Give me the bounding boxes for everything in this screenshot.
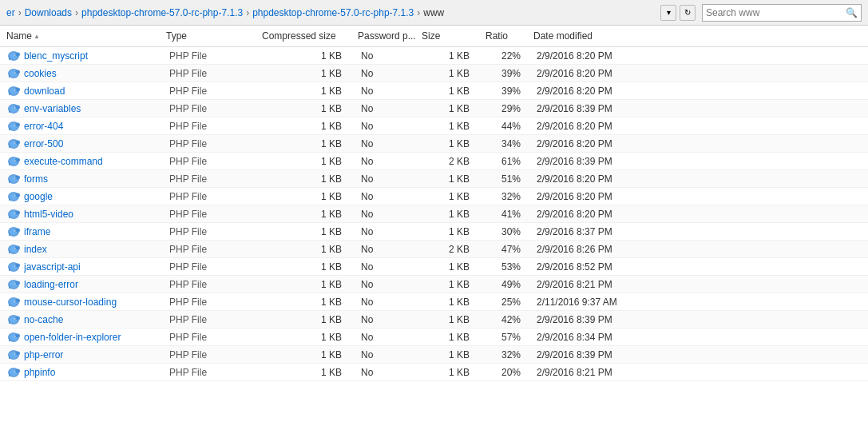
col-header-type[interactable]: Type [166,30,262,42]
file-compressed: 1 KB [265,86,361,97]
file-password: No [361,244,425,255]
breadcrumb-item-er[interactable]: er [6,7,15,18]
file-compressed: 1 KB [265,349,361,360]
table-row[interactable]: execute-command PHP File 1 KB No 2 KB 61… [0,153,868,170]
col-header-name[interactable]: Name ▲ [6,30,166,42]
file-icon [6,173,21,185]
svg-point-89 [15,353,16,354]
table-row[interactable]: blenc_myscript PHP File 1 KB No 1 KB 22%… [0,47,868,65]
table-row[interactable]: javascript-api PHP File 1 KB No 1 KB 53%… [0,258,868,276]
table-row[interactable]: no-cache PHP File 1 KB No 1 KB 42% 2/9/2… [0,311,868,329]
breadcrumb-item-php2[interactable]: phpdesktop-chrome-57.0-rc-php-7.1.3 [252,7,414,18]
file-type: PHP File [169,367,265,378]
file-size: 1 KB [425,103,489,114]
file-compressed: 1 KB [265,173,361,185]
svg-point-62 [15,263,20,267]
table-row[interactable]: mouse-cursor-loading PHP File 1 KB No 1 … [0,293,868,311]
file-type: PHP File [169,103,265,114]
svg-point-69 [15,283,16,284]
dropdown-button[interactable]: ▾ [660,5,676,21]
refresh-button[interactable]: ↻ [680,5,696,21]
file-date: 2/9/2016 8:20 PM [537,209,664,220]
col-header-size[interactable]: Size [422,30,486,42]
svg-point-39 [15,177,16,178]
table-row[interactable]: loading-error PHP File 1 KB No 1 KB 49% … [0,276,868,293]
col-header-ratio[interactable]: Ratio [486,30,533,42]
file-size: 1 KB [425,314,489,325]
file-size: 1 KB [425,138,489,149]
file-icon [6,68,21,79]
file-ratio: 32% [489,191,537,202]
search-icon-button[interactable]: 🔍 [846,7,858,18]
file-password: No [361,349,425,360]
file-ratio: 51% [489,173,537,185]
file-type: PHP File [169,173,265,185]
svg-point-14 [15,90,16,90]
file-password: No [361,173,425,185]
file-size: 1 KB [425,279,489,290]
file-icon [6,191,21,202]
file-name: env-variables [24,103,169,114]
file-ratio: 41% [489,209,537,220]
file-size: 2 KB [425,156,489,167]
table-row[interactable]: iframe PHP File 1 KB No 1 KB 30% 2/9/201… [0,223,868,241]
table-row[interactable]: download PHP File 1 KB No 1 KB 39% 2/9/2… [0,82,868,100]
file-type: PHP File [169,297,265,308]
col-header-date[interactable]: Date modified [533,30,661,42]
search-input[interactable] [706,7,846,18]
file-compressed: 1 KB [265,261,361,273]
file-type: PHP File [169,279,265,290]
svg-point-47 [15,210,20,214]
col-header-compressed[interactable]: Compressed size [262,30,358,42]
table-row[interactable]: index PHP File 1 KB No 2 KB 47% 2/9/2016… [0,241,868,258]
file-compressed: 1 KB [265,103,361,114]
file-size: 1 KB [425,173,489,185]
file-icon [6,156,21,167]
file-ratio: 34% [489,138,537,149]
file-compressed: 1 KB [265,279,361,290]
file-name: open-folder-in-explorer [24,332,169,343]
table-row[interactable]: html5-video PHP File 1 KB No 1 KB 41% 2/… [0,205,868,223]
svg-point-54 [15,230,16,231]
file-date: 2/9/2016 8:52 PM [537,261,664,273]
breadcrumb-item-php1[interactable]: phpdesktop-chrome-57.0-rc-php-7.1.3 [81,7,243,18]
table-row[interactable]: env-variables PHP File 1 KB No 1 KB 29% … [0,100,868,117]
top-bar: er › Downloads › phpdesktop-chrome-57.0-… [0,0,868,26]
file-password: No [361,314,425,325]
file-compressed: 1 KB [265,191,361,202]
col-header-password[interactable]: Password p... [358,30,422,42]
file-type: PHP File [169,209,265,220]
file-date: 2/11/2016 9:37 AM [537,297,664,308]
file-size: 1 KB [425,367,489,378]
table-row[interactable]: error-404 PHP File 1 KB No 1 KB 44% 2/9/… [0,117,868,135]
breadcrumb-item-downloads[interactable]: Downloads [25,7,72,18]
table-row[interactable]: error-500 PHP File 1 KB No 1 KB 34% 2/9/… [0,135,868,153]
file-date: 2/9/2016 8:21 PM [537,279,664,290]
file-date: 2/9/2016 8:20 PM [537,68,664,79]
file-name: download [24,86,169,97]
table-row[interactable]: cookies PHP File 1 KB No 1 KB 39% 2/9/20… [0,65,868,82]
file-ratio: 61% [489,156,537,167]
svg-point-79 [15,318,16,319]
table-row[interactable]: google PHP File 1 KB No 1 KB 32% 2/9/201… [0,188,868,205]
breadcrumb-sep-2: › [246,7,249,18]
table-row[interactable]: phpinfo PHP File 1 KB No 1 KB 20% 2/9/20… [0,364,868,381]
file-date: 2/9/2016 8:20 PM [537,50,664,62]
svg-point-37 [15,175,20,179]
file-password: No [361,297,425,308]
file-name: blenc_myscript [24,50,169,62]
table-row[interactable]: forms PHP File 1 KB No 1 KB 51% 2/9/2016… [0,170,868,188]
file-type: PHP File [169,314,265,325]
file-ratio: 32% [489,349,537,360]
file-type: PHP File [169,138,265,149]
file-password: No [361,367,425,378]
file-name: php-error [24,349,169,360]
svg-point-74 [15,301,16,301]
svg-point-77 [15,316,20,320]
file-type: PHP File [169,156,265,167]
table-row[interactable]: open-folder-in-explorer PHP File 1 KB No… [0,329,868,346]
table-row[interactable]: php-error PHP File 1 KB No 1 KB 32% 2/9/… [0,346,868,364]
svg-point-19 [15,107,16,108]
svg-point-9 [15,72,16,73]
file-ratio: 39% [489,86,537,97]
